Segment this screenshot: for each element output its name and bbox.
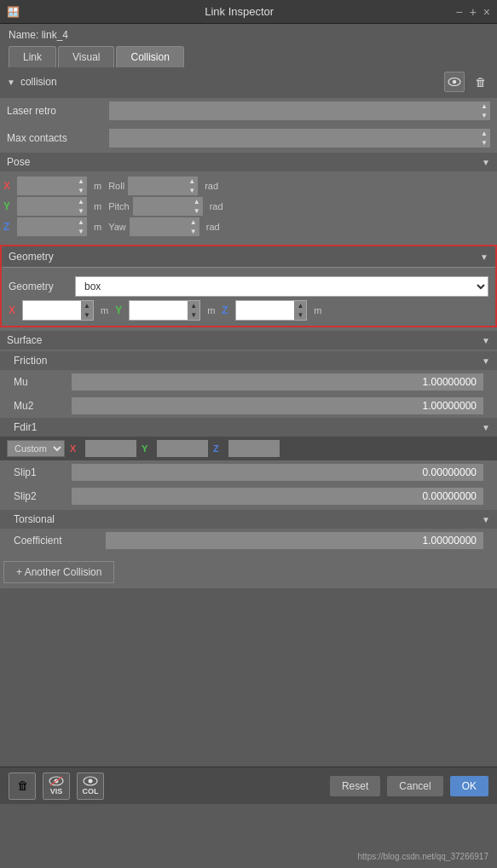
geom-x-spinbox[interactable]: 0.020000 ▲▼	[22, 300, 94, 321]
yaw-label: Yaw	[108, 222, 126, 232]
maximize-button[interactable]: +	[470, 5, 477, 19]
tab-visual[interactable]: Visual	[58, 46, 114, 67]
yaw-spinbox[interactable]: 0.000000 ▲▼	[130, 217, 199, 236]
yaw-unit: rad	[206, 222, 220, 232]
geometry-type-row: Geometry box sphere cylinder mesh	[9, 276, 488, 297]
pose-x-unit: m	[94, 181, 101, 191]
pitch-up[interactable]: ▲	[191, 197, 203, 206]
geom-z-spinbox[interactable]: 0.020000 ▲▼	[235, 300, 307, 321]
coefficient-label: Coefficient	[14, 535, 99, 547]
geometry-section-label: Geometry	[9, 251, 54, 263]
laser-retro-up-button[interactable]: ▲	[478, 101, 490, 111]
max-contacts-input[interactable]: 10.00000000	[109, 129, 478, 148]
pose-x-down[interactable]: ▼	[75, 186, 87, 195]
pose-x-up[interactable]: ▲	[75, 176, 87, 186]
geom-y-input[interactable]: 0.020000	[130, 302, 188, 319]
geom-x-label: X	[9, 304, 19, 316]
laser-retro-spinbox[interactable]: 0.00000000 ▲ ▼	[109, 101, 490, 120]
yaw-up[interactable]: ▲	[188, 217, 199, 227]
geom-z-down[interactable]: ▼	[294, 310, 306, 320]
surface-collapse-icon: ▼	[482, 336, 490, 345]
max-contacts-up-button[interactable]: ▲	[478, 129, 490, 138]
max-contacts-down-button[interactable]: ▼	[478, 138, 490, 148]
geom-x-down[interactable]: ▼	[81, 310, 93, 320]
visibility-toggle-button[interactable]	[444, 72, 465, 92]
add-collision-button[interactable]: + Another Collision	[3, 561, 114, 583]
yaw-input[interactable]: 0.000000	[130, 218, 188, 235]
pose-y-up[interactable]: ▲	[75, 197, 87, 206]
pose-z-up[interactable]: ▲	[75, 217, 87, 227]
geometry-collapse-icon: ▼	[480, 252, 488, 262]
friction-section-header[interactable]: Friction ▼	[0, 351, 497, 370]
tab-link[interactable]: Link	[9, 46, 56, 67]
fdir1-x-spinbox[interactable]: 0.000000	[85, 440, 136, 457]
laser-retro-label: Laser retro	[7, 105, 109, 117]
minimize-button[interactable]: −	[455, 5, 462, 19]
geom-x-input[interactable]: 0.020000	[23, 302, 81, 319]
mu-label: Mu	[14, 376, 65, 388]
roll-up[interactable]: ▲	[186, 176, 198, 186]
collision-mode-button[interactable]: COL	[77, 773, 104, 800]
surface-section-header[interactable]: Surface ▼	[0, 331, 497, 350]
x-axis-label: X	[3, 180, 14, 192]
close-button[interactable]: ×	[483, 5, 490, 19]
torsional-section: Torsional ▼ Coefficient 1.00000000	[0, 510, 497, 553]
delete-link-button[interactable]: 🗑	[9, 773, 36, 800]
fdir1-y-spinbox[interactable]: 0.000000	[157, 440, 208, 457]
pose-label: Pose	[7, 156, 30, 168]
max-contacts-spinbox[interactable]: 10.00000000 ▲ ▼	[109, 129, 490, 148]
fdir1-z-spinbox[interactable]: 0.000000	[228, 440, 280, 457]
mu-value: 1.00000000	[72, 373, 483, 391]
pose-z-down[interactable]: ▼	[75, 227, 87, 236]
collision-section-header[interactable]: ▼ collision 🗑	[0, 67, 497, 96]
ok-button[interactable]: OK	[450, 776, 488, 796]
bottom-left-tools: 🗑 VIS COL	[9, 773, 104, 800]
roll-input[interactable]: 0.000000	[128, 177, 186, 194]
geometry-type-select[interactable]: box sphere cylinder mesh	[75, 276, 488, 297]
pitch-spinbox[interactable]: 0.000000 ▲▼	[133, 197, 203, 216]
pose-z-input[interactable]: 0.000000	[17, 218, 75, 235]
geom-z-up[interactable]: ▲	[294, 301, 306, 310]
pose-y-row: Y 0.000000 ▲▼ m Pitch 0.000000 ▲▼ rad	[3, 197, 494, 216]
fdir1-z-input[interactable]: 0.000000	[228, 440, 280, 457]
roll-spinbox[interactable]: 0.000000 ▲▼	[128, 176, 198, 195]
laser-retro-down-button[interactable]: ▼	[478, 111, 490, 120]
geometry-xyz-row: X 0.020000 ▲▼ m Y 0.020000 ▲▼ m Z 0.0200…	[9, 300, 488, 321]
yaw-down[interactable]: ▼	[188, 227, 199, 236]
reset-button[interactable]: Reset	[330, 776, 380, 796]
pose-x-input[interactable]: 0.000000	[17, 177, 75, 194]
geom-y-spinbox[interactable]: 0.020000 ▲▼	[129, 300, 200, 321]
torsional-section-header[interactable]: Torsional ▼	[0, 510, 497, 529]
geom-y-down[interactable]: ▼	[188, 310, 199, 320]
fdir1-y-input[interactable]: 0.000000	[157, 440, 208, 457]
geom-z-input[interactable]: 0.020000	[236, 302, 294, 319]
pose-y-input[interactable]: 0.000000	[17, 198, 75, 215]
tab-collision[interactable]: Collision	[116, 46, 183, 67]
visual-mode-button[interactable]: VIS	[43, 773, 70, 800]
laser-retro-input[interactable]: 0.00000000	[109, 101, 478, 120]
roll-label: Roll	[108, 181, 124, 191]
window-controls[interactable]: − + ×	[455, 5, 490, 19]
pitch-input[interactable]: 0.000000	[133, 198, 191, 215]
pitch-down[interactable]: ▼	[191, 206, 203, 216]
pose-z-spinbox[interactable]: 0.000000 ▲▼	[17, 217, 87, 236]
surface-section: Surface ▼ Friction ▼ Mu 1.00000000 Mu2 1…	[0, 331, 497, 553]
fdir1-x-input[interactable]: 0.000000	[85, 440, 136, 457]
slip1-value: 0.00000000	[72, 464, 483, 481]
delete-collision-button[interactable]: 🗑	[470, 72, 490, 92]
pose-y-spinbox[interactable]: 0.000000 ▲▼	[17, 197, 87, 216]
pose-z-row: Z 0.000000 ▲▼ m Yaw 0.000000 ▲▼ rad	[3, 217, 494, 236]
roll-down[interactable]: ▼	[186, 186, 198, 195]
laser-retro-row: Laser retro 0.00000000 ▲ ▼	[0, 98, 497, 124]
pose-section-header[interactable]: Pose ▼	[0, 153, 497, 171]
geom-x-up[interactable]: ▲	[81, 301, 93, 310]
collision-section-content: Laser retro 0.00000000 ▲ ▼ Max contacts …	[0, 98, 497, 588]
max-contacts-label: Max contacts	[7, 132, 109, 144]
geometry-section-header[interactable]: Geometry ▼	[2, 246, 495, 268]
pose-y-down[interactable]: ▼	[75, 206, 87, 216]
pose-x-spinbox[interactable]: 0.000000 ▲▼	[17, 176, 87, 195]
cancel-button[interactable]: Cancel	[387, 776, 442, 796]
fdir1-custom-select[interactable]: Custom	[7, 440, 65, 457]
geom-y-up[interactable]: ▲	[188, 301, 199, 310]
fdir1-section-header[interactable]: Fdir1 ▼	[0, 418, 497, 437]
